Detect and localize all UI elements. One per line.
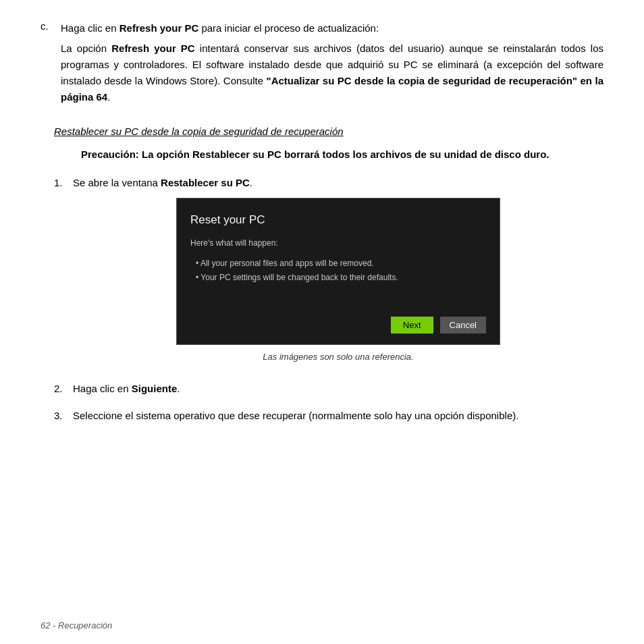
screenshot-bottom: Next Cancel	[177, 290, 500, 344]
step-3: 3. Seleccione el sistema operativo que d…	[54, 408, 603, 424]
line1-bold: Refresh your PC	[119, 22, 199, 34]
step-2-bold: Siguiente	[132, 383, 178, 394]
line1-normal1: Haga clic en	[61, 22, 119, 34]
step-1-end: .	[250, 177, 252, 188]
screenshot-bullet-1: All your personal files and apps will be…	[196, 257, 486, 270]
step-1-content: Se abre la ventana Restablecer su PC. Re…	[73, 175, 603, 370]
section-heading: Restablecer su PC desde la copia de segu…	[54, 126, 603, 137]
section-c-line2: La opción Refresh your PC intentará cons…	[61, 41, 603, 105]
step-1: 1. Se abre la ventana Restablecer su PC.…	[54, 175, 603, 370]
numbered-list: 1. Se abre la ventana Restablecer su PC.…	[54, 175, 603, 424]
screenshot-container: Reset your PC Here's what will happen: A…	[73, 198, 603, 365]
line2-end: .	[107, 91, 110, 103]
step-3-label: 3.	[54, 408, 73, 424]
line1-normal2: para iniciar el proceso de actualización…	[198, 22, 379, 34]
screenshot-title: Reset your PC	[190, 211, 486, 229]
screenshot-bullets: All your personal files and apps will be…	[190, 257, 486, 284]
screenshot-cancel-button[interactable]: Cancel	[440, 317, 486, 333]
page-footer: 62 - Recuperación	[41, 620, 112, 630]
section-c-label: c.	[41, 20, 61, 109]
step-1-normal: Se abre la ventana	[73, 177, 161, 188]
step-1-label: 1.	[54, 175, 73, 370]
warning-box: Precaución: La opción Restablecer su PC …	[81, 146, 603, 163]
section-c: c. Haga clic en Refresh your PC para ini…	[41, 20, 603, 109]
step-3-normal: Seleccione el sistema operativo que dese…	[73, 410, 518, 421]
line2-bold: Refresh your PC	[111, 43, 195, 54]
step-2-normal: Haga clic en	[73, 383, 132, 394]
step-2-label: 2.	[54, 381, 73, 397]
screenshot-subtitle: Here's what will happen:	[190, 237, 486, 250]
screenshot-bullet-2: Your PC settings will be changed back to…	[196, 271, 486, 284]
page-content: c. Haga clic en Refresh your PC para ini…	[0, 0, 644, 475]
step-1-bold: Restablecer su PC	[161, 177, 250, 188]
step-2-end: .	[177, 383, 180, 394]
screenshot-next-button[interactable]: Next	[391, 317, 433, 333]
screenshot-title-bar: Reset your PC Here's what will happen: A…	[177, 198, 500, 290]
screenshot-window: Reset your PC Here's what will happen: A…	[176, 198, 500, 345]
step-2: 2. Haga clic en Siguiente.	[54, 381, 603, 397]
screenshot-caption: Las imágenes son solo una referencia.	[263, 350, 413, 365]
line2-normal1: La opción	[61, 43, 111, 54]
step-3-content: Seleccione el sistema operativo que dese…	[73, 408, 603, 424]
section-c-line1: Haga clic en Refresh your PC para inicia…	[61, 20, 603, 36]
step-2-content: Haga clic en Siguiente.	[73, 381, 603, 397]
section-c-text: Haga clic en Refresh your PC para inicia…	[61, 20, 603, 109]
